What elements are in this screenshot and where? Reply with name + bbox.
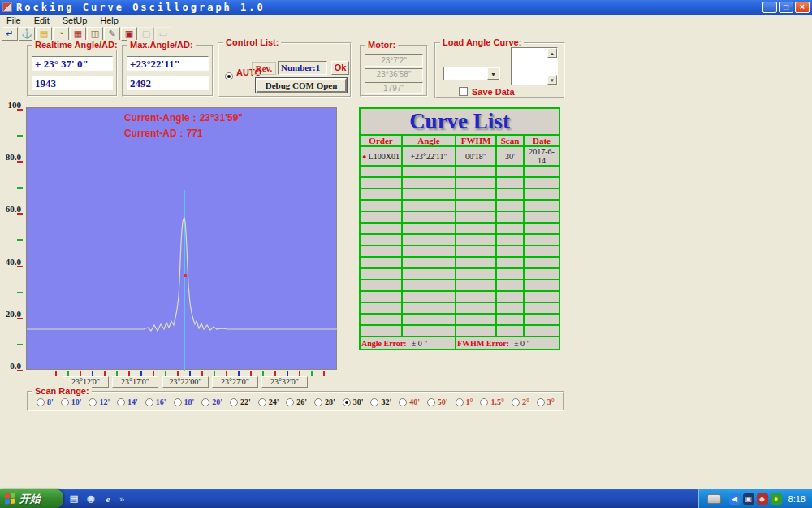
tray-clock[interactable]: 8:18 — [788, 494, 806, 504]
curve-list-empty-row[interactable] — [360, 234, 559, 245]
scan-radio[interactable] — [89, 398, 97, 406]
anchor-icon[interactable]: ⚓ — [19, 27, 35, 41]
curve-list-empty-row[interactable] — [360, 200, 559, 211]
scan-radio[interactable] — [230, 398, 238, 406]
scan-radio[interactable] — [314, 398, 322, 406]
maximize-button[interactable]: □ — [779, 2, 793, 13]
scan-radio[interactable] — [370, 398, 378, 406]
scan-option-12[interactable]: 12' — [89, 397, 110, 406]
internet-explorer-icon[interactable]: e — [102, 493, 114, 506]
security-icon[interactable]: ◆ — [757, 493, 768, 505]
scan-radio[interactable] — [174, 398, 182, 406]
history-clock-icon[interactable]: ◔ — [53, 27, 69, 41]
scroll-down-icon[interactable]: ▼ — [547, 75, 557, 85]
auto-radio[interactable] — [225, 72, 233, 80]
max-ad-field[interactable]: 2492 — [127, 76, 209, 90]
antivirus-icon[interactable]: ● — [771, 493, 782, 505]
scan-radio[interactable] — [427, 398, 435, 406]
quick-launch-overflow-chevron[interactable]: » — [119, 494, 124, 504]
curve-list-empty-row[interactable] — [360, 291, 559, 302]
scan-radio[interactable] — [343, 398, 351, 406]
fwhm-error-cell: FWHM Error:± 0 " — [456, 336, 559, 350]
angle-curve-combobox[interactable]: ▼ — [443, 67, 500, 80]
scan-option-1.5[interactable]: 1.5° — [480, 397, 504, 406]
curve-list-empty-row[interactable] — [360, 325, 559, 336]
exit-icon[interactable]: ↵ — [2, 27, 18, 41]
number-field[interactable]: Number:1 — [278, 61, 327, 75]
debug-com-open-button[interactable]: Debug COM Open — [256, 78, 347, 93]
curve-list-empty-row[interactable] — [360, 177, 559, 189]
save-data-checkbox[interactable] — [459, 87, 468, 96]
scan-option-2[interactable]: 2° — [512, 397, 529, 406]
menu-item-help[interactable]: Help — [93, 15, 125, 25]
scan-option-8[interactable]: 8' — [37, 397, 54, 406]
scan-radio[interactable] — [61, 398, 69, 406]
scan-option-16[interactable]: 16' — [145, 397, 166, 406]
scan-radio[interactable] — [286, 398, 294, 406]
pen-icon[interactable]: ✎ — [104, 27, 120, 41]
film-icon[interactable]: ◫ — [87, 27, 103, 41]
start-button[interactable]: 开始 — [0, 489, 63, 508]
scan-option-30[interactable]: 30' — [343, 397, 364, 406]
folder-open-icon[interactable]: ▤ — [36, 27, 52, 41]
back-arrow-icon[interactable]: ◀ — [729, 493, 741, 505]
show-desktop-icon[interactable]: ▤ — [67, 493, 80, 506]
cell-fwhm: 00'18" — [456, 146, 496, 166]
scan-option-28[interactable]: 28' — [314, 397, 335, 406]
scan-radio[interactable] — [399, 398, 407, 406]
curve-list-data-row[interactable]: ●L100X01+23°22'11"00'18"30'2017-6-14 — [360, 146, 559, 166]
display-icon[interactable]: ▣ — [743, 493, 754, 505]
scan-option-22[interactable]: 22' — [230, 397, 251, 406]
language-keyboard-icon[interactable] — [707, 494, 721, 504]
scan-option-26[interactable]: 26' — [286, 397, 307, 406]
scan-radio[interactable] — [480, 398, 488, 406]
curve-list-empty-row[interactable] — [360, 189, 559, 200]
close-button[interactable]: × — [795, 2, 810, 13]
scan-option-40[interactable]: 40' — [399, 397, 420, 406]
scan-radio[interactable] — [512, 398, 520, 406]
scan-radio[interactable] — [37, 398, 45, 406]
scan-option-20[interactable]: 20' — [201, 397, 222, 406]
scan-option-1[interactable]: 1° — [456, 397, 473, 406]
menu-item-edit[interactable]: Edit — [28, 15, 56, 25]
scroll-up-icon[interactable]: ▲ — [547, 48, 557, 58]
curve-list-empty-row[interactable] — [360, 257, 559, 268]
max-angle-field[interactable]: +23°22'11" — [127, 56, 209, 71]
scan-option-10[interactable]: 10' — [61, 397, 82, 406]
curve-list-empty-row[interactable] — [360, 280, 559, 291]
device-icon[interactable]: ▦ — [70, 27, 86, 41]
curve-list-empty-row[interactable] — [360, 245, 559, 257]
ok-button[interactable]: Ok — [331, 61, 349, 75]
scan-option-3[interactable]: 3° — [537, 397, 555, 406]
minimize-button[interactable]: _ — [762, 2, 777, 13]
curve-list-empty-row[interactable] — [360, 302, 559, 314]
curve-list-empty-row[interactable] — [360, 211, 559, 223]
curve-listbox[interactable]: ▲ ▼ — [511, 47, 558, 85]
scan-radio[interactable] — [537, 398, 545, 406]
messenger-icon[interactable]: ◉ — [84, 493, 97, 506]
oscillograph-plot[interactable]: Current-Angle：23°31'59" Current-AD：771 — [26, 107, 337, 370]
combobox-dropdown-icon[interactable]: ▼ — [487, 67, 499, 80]
realtime-angle-field[interactable]: + 23° 37' 0" — [32, 56, 113, 71]
menu-item-setup[interactable]: SetUp — [56, 15, 94, 25]
scan-option-label: 12' — [99, 397, 110, 406]
curve-list-empty-row[interactable] — [360, 268, 559, 280]
menu-item-file[interactable]: File — [0, 15, 28, 25]
realtime-ad-field[interactable]: 1943 — [32, 76, 113, 90]
scan-radio[interactable] — [201, 398, 209, 406]
curve-list-empty-row[interactable] — [360, 166, 559, 177]
scan-radio[interactable] — [258, 398, 266, 406]
curve-list-empty-row[interactable] — [360, 314, 559, 325]
scan-option-14[interactable]: 14' — [117, 397, 138, 406]
truck-icon[interactable]: ▣ — [121, 27, 137, 41]
scan-option-50[interactable]: 50' — [427, 397, 448, 406]
scan-radio[interactable] — [117, 398, 125, 406]
x-axis-label: 23°17'0" — [112, 376, 158, 388]
x-tick-mark — [116, 371, 118, 376]
scan-option-24[interactable]: 24' — [258, 397, 279, 406]
scan-radio[interactable] — [456, 398, 464, 406]
scan-option-18[interactable]: 18' — [174, 397, 195, 406]
curve-list-empty-row[interactable] — [360, 223, 559, 234]
scan-radio[interactable] — [145, 398, 153, 406]
scan-option-32[interactable]: 32' — [370, 397, 391, 406]
